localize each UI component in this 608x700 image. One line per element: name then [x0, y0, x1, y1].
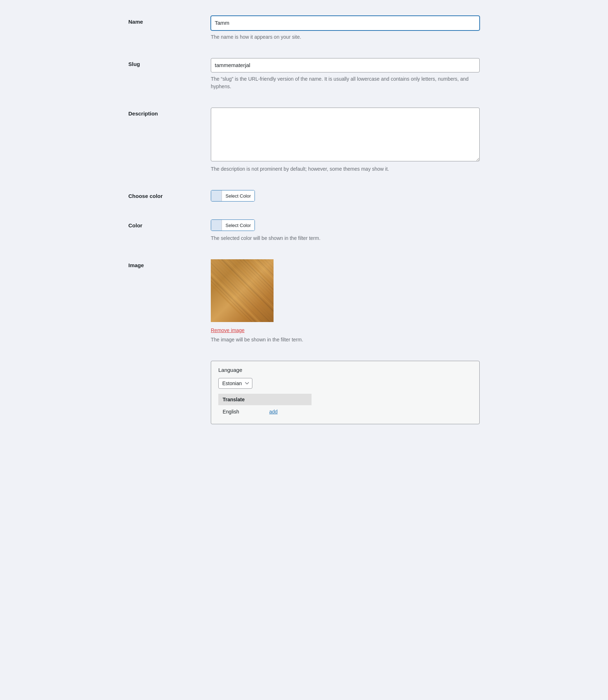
name-hint: The name is how it appears on your site. [211, 33, 480, 41]
color-field: Select Color The selected color will be … [211, 219, 480, 242]
name-input[interactable] [211, 16, 480, 30]
description-field: The description is not prominent by defa… [211, 108, 480, 173]
image-label: Image [128, 259, 211, 268]
language-title: Language [218, 367, 472, 373]
color-btn-text: Select Color [222, 220, 255, 231]
choose-color-swatch [211, 190, 222, 201]
choose-color-label: Choose color [128, 190, 211, 199]
image-preview [211, 259, 274, 322]
slug-field: The “slug” is the URL-friendly version o… [211, 58, 480, 91]
language-box-row: Language Estonian English Russian Finnis… [128, 352, 480, 433]
choose-color-button[interactable]: Select Color [211, 190, 255, 202]
description-hint: The description is not prominent by defa… [211, 165, 480, 173]
choose-color-row: Choose color Select Color [128, 181, 480, 211]
color-label: Color [128, 219, 211, 228]
translate-add-link[interactable]: add [269, 409, 277, 415]
name-label: Name [128, 16, 211, 25]
form-container: Name The name is how it appears on your … [128, 7, 480, 433]
slug-hint: The “slug” is the URL-friendly version o… [211, 75, 480, 90]
name-field: The name is how it appears on your site. [211, 16, 480, 41]
color-button[interactable]: Select Color [211, 219, 255, 231]
translate-language-english: English [223, 409, 269, 415]
color-hint: The selected color will be shown in the … [211, 235, 480, 242]
translate-header: Translate [218, 394, 312, 405]
image-hint: The image will be shown in the filter te… [211, 336, 480, 344]
language-select[interactable]: Estonian English Russian Finnish [218, 378, 252, 389]
language-box: Language Estonian English Russian Finnis… [211, 361, 480, 424]
slug-label: Slug [128, 58, 211, 67]
description-label: Description [128, 108, 211, 117]
slug-input[interactable] [211, 58, 480, 73]
image-field: Remove image The image will be shown in … [211, 259, 480, 344]
remove-image-link[interactable]: Remove image [211, 327, 244, 333]
translate-row: English add [218, 405, 472, 418]
image-container [211, 259, 480, 323]
choose-color-field: Select Color [211, 190, 480, 202]
color-swatch [211, 220, 222, 231]
slug-row: Slug The “slug” is the URL-friendly vers… [128, 49, 480, 99]
description-textarea[interactable] [211, 108, 480, 161]
image-row: Image [128, 251, 480, 352]
language-box-field: Language Estonian English Russian Finnis… [211, 361, 480, 424]
description-row: Description The description is not promi… [128, 99, 480, 181]
choose-color-btn-text: Select Color [222, 190, 255, 201]
color-row: Color Select Color The selected color wi… [128, 211, 480, 251]
name-row: Name The name is how it appears on your … [128, 7, 480, 49]
language-box-spacer [128, 361, 211, 364]
